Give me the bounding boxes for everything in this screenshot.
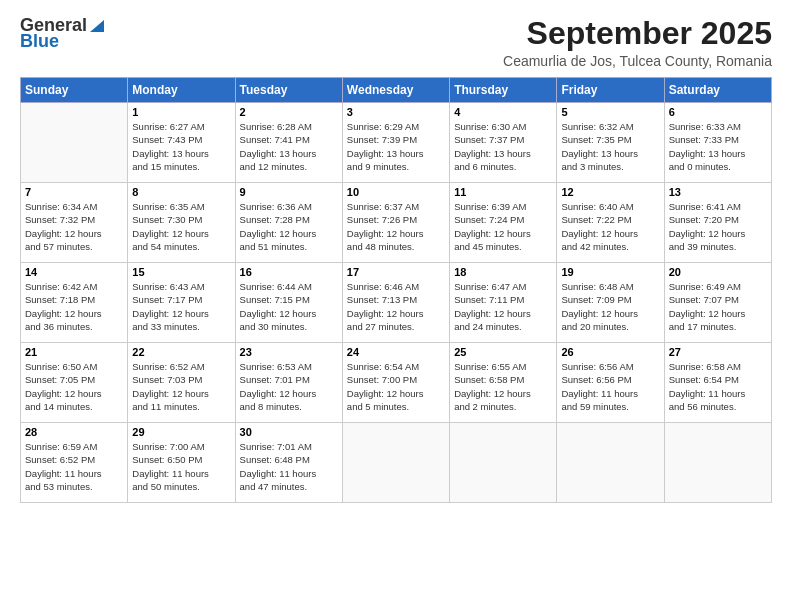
calendar-cell: 26Sunrise: 6:56 AM Sunset: 6:56 PM Dayli… xyxy=(557,343,664,423)
calendar-cell: 18Sunrise: 6:47 AM Sunset: 7:11 PM Dayli… xyxy=(450,263,557,343)
calendar-cell: 14Sunrise: 6:42 AM Sunset: 7:18 PM Dayli… xyxy=(21,263,128,343)
day-info: Sunrise: 6:28 AM Sunset: 7:41 PM Dayligh… xyxy=(240,120,338,173)
month-title: September 2025 xyxy=(503,16,772,51)
calendar-cell: 25Sunrise: 6:55 AM Sunset: 6:58 PM Dayli… xyxy=(450,343,557,423)
calendar-cell: 28Sunrise: 6:59 AM Sunset: 6:52 PM Dayli… xyxy=(21,423,128,503)
logo-blue: Blue xyxy=(20,32,59,52)
day-info: Sunrise: 6:41 AM Sunset: 7:20 PM Dayligh… xyxy=(669,200,767,253)
calendar-cell: 6Sunrise: 6:33 AM Sunset: 7:33 PM Daylig… xyxy=(664,103,771,183)
subtitle: Ceamurlia de Jos, Tulcea County, Romania xyxy=(503,53,772,69)
day-info: Sunrise: 6:44 AM Sunset: 7:15 PM Dayligh… xyxy=(240,280,338,333)
calendar-cell xyxy=(450,423,557,503)
day-info: Sunrise: 6:52 AM Sunset: 7:03 PM Dayligh… xyxy=(132,360,230,413)
day-number: 25 xyxy=(454,346,552,358)
day-number: 1 xyxy=(132,106,230,118)
day-info: Sunrise: 6:50 AM Sunset: 7:05 PM Dayligh… xyxy=(25,360,123,413)
day-number: 3 xyxy=(347,106,445,118)
calendar-cell: 15Sunrise: 6:43 AM Sunset: 7:17 PM Dayli… xyxy=(128,263,235,343)
day-number: 8 xyxy=(132,186,230,198)
calendar-cell: 11Sunrise: 6:39 AM Sunset: 7:24 PM Dayli… xyxy=(450,183,557,263)
day-number: 7 xyxy=(25,186,123,198)
calendar-cell: 9Sunrise: 6:36 AM Sunset: 7:28 PM Daylig… xyxy=(235,183,342,263)
logo: General Blue xyxy=(20,16,104,52)
header: General Blue September 2025 Ceamurlia de… xyxy=(20,16,772,69)
day-number: 4 xyxy=(454,106,552,118)
day-info: Sunrise: 6:47 AM Sunset: 7:11 PM Dayligh… xyxy=(454,280,552,333)
day-number: 27 xyxy=(669,346,767,358)
day-number: 21 xyxy=(25,346,123,358)
day-number: 17 xyxy=(347,266,445,278)
calendar-cell: 29Sunrise: 7:00 AM Sunset: 6:50 PM Dayli… xyxy=(128,423,235,503)
calendar-cell: 3Sunrise: 6:29 AM Sunset: 7:39 PM Daylig… xyxy=(342,103,449,183)
calendar-cell: 17Sunrise: 6:46 AM Sunset: 7:13 PM Dayli… xyxy=(342,263,449,343)
calendar-cell xyxy=(21,103,128,183)
day-number: 15 xyxy=(132,266,230,278)
weekday-header-thursday: Thursday xyxy=(450,78,557,103)
day-info: Sunrise: 6:39 AM Sunset: 7:24 PM Dayligh… xyxy=(454,200,552,253)
day-info: Sunrise: 6:27 AM Sunset: 7:43 PM Dayligh… xyxy=(132,120,230,173)
calendar-cell xyxy=(557,423,664,503)
day-info: Sunrise: 6:56 AM Sunset: 6:56 PM Dayligh… xyxy=(561,360,659,413)
day-info: Sunrise: 6:37 AM Sunset: 7:26 PM Dayligh… xyxy=(347,200,445,253)
day-number: 26 xyxy=(561,346,659,358)
day-info: Sunrise: 6:46 AM Sunset: 7:13 PM Dayligh… xyxy=(347,280,445,333)
day-number: 6 xyxy=(669,106,767,118)
day-info: Sunrise: 6:35 AM Sunset: 7:30 PM Dayligh… xyxy=(132,200,230,253)
calendar-cell: 22Sunrise: 6:52 AM Sunset: 7:03 PM Dayli… xyxy=(128,343,235,423)
day-info: Sunrise: 6:42 AM Sunset: 7:18 PM Dayligh… xyxy=(25,280,123,333)
day-info: Sunrise: 6:29 AM Sunset: 7:39 PM Dayligh… xyxy=(347,120,445,173)
day-info: Sunrise: 6:54 AM Sunset: 7:00 PM Dayligh… xyxy=(347,360,445,413)
calendar-cell: 2Sunrise: 6:28 AM Sunset: 7:41 PM Daylig… xyxy=(235,103,342,183)
day-info: Sunrise: 6:49 AM Sunset: 7:07 PM Dayligh… xyxy=(669,280,767,333)
calendar-cell: 16Sunrise: 6:44 AM Sunset: 7:15 PM Dayli… xyxy=(235,263,342,343)
day-info: Sunrise: 6:36 AM Sunset: 7:28 PM Dayligh… xyxy=(240,200,338,253)
calendar-cell: 21Sunrise: 6:50 AM Sunset: 7:05 PM Dayli… xyxy=(21,343,128,423)
page-container: General Blue September 2025 Ceamurlia de… xyxy=(0,0,792,513)
calendar-cell: 20Sunrise: 6:49 AM Sunset: 7:07 PM Dayli… xyxy=(664,263,771,343)
day-info: Sunrise: 6:55 AM Sunset: 6:58 PM Dayligh… xyxy=(454,360,552,413)
calendar-cell: 1Sunrise: 6:27 AM Sunset: 7:43 PM Daylig… xyxy=(128,103,235,183)
day-number: 18 xyxy=(454,266,552,278)
calendar-cell: 23Sunrise: 6:53 AM Sunset: 7:01 PM Dayli… xyxy=(235,343,342,423)
day-number: 19 xyxy=(561,266,659,278)
calendar-cell: 4Sunrise: 6:30 AM Sunset: 7:37 PM Daylig… xyxy=(450,103,557,183)
day-info: Sunrise: 7:01 AM Sunset: 6:48 PM Dayligh… xyxy=(240,440,338,493)
day-number: 22 xyxy=(132,346,230,358)
weekday-header-saturday: Saturday xyxy=(664,78,771,103)
day-number: 9 xyxy=(240,186,338,198)
calendar-cell: 27Sunrise: 6:58 AM Sunset: 6:54 PM Dayli… xyxy=(664,343,771,423)
day-number: 24 xyxy=(347,346,445,358)
day-info: Sunrise: 6:48 AM Sunset: 7:09 PM Dayligh… xyxy=(561,280,659,333)
calendar-cell: 10Sunrise: 6:37 AM Sunset: 7:26 PM Dayli… xyxy=(342,183,449,263)
logo-triangle-icon xyxy=(90,18,104,36)
calendar-week-row: 28Sunrise: 6:59 AM Sunset: 6:52 PM Dayli… xyxy=(21,423,772,503)
day-number: 11 xyxy=(454,186,552,198)
day-info: Sunrise: 6:34 AM Sunset: 7:32 PM Dayligh… xyxy=(25,200,123,253)
calendar-table: SundayMondayTuesdayWednesdayThursdayFrid… xyxy=(20,77,772,503)
calendar-header: SundayMondayTuesdayWednesdayThursdayFrid… xyxy=(21,78,772,103)
weekday-row: SundayMondayTuesdayWednesdayThursdayFrid… xyxy=(21,78,772,103)
day-number: 23 xyxy=(240,346,338,358)
weekday-header-tuesday: Tuesday xyxy=(235,78,342,103)
calendar-cell: 24Sunrise: 6:54 AM Sunset: 7:00 PM Dayli… xyxy=(342,343,449,423)
day-number: 5 xyxy=(561,106,659,118)
day-number: 13 xyxy=(669,186,767,198)
calendar-cell: 12Sunrise: 6:40 AM Sunset: 7:22 PM Dayli… xyxy=(557,183,664,263)
calendar-cell: 8Sunrise: 6:35 AM Sunset: 7:30 PM Daylig… xyxy=(128,183,235,263)
weekday-header-wednesday: Wednesday xyxy=(342,78,449,103)
calendar-body: 1Sunrise: 6:27 AM Sunset: 7:43 PM Daylig… xyxy=(21,103,772,503)
calendar-week-row: 14Sunrise: 6:42 AM Sunset: 7:18 PM Dayli… xyxy=(21,263,772,343)
day-number: 12 xyxy=(561,186,659,198)
day-number: 16 xyxy=(240,266,338,278)
calendar-cell: 30Sunrise: 7:01 AM Sunset: 6:48 PM Dayli… xyxy=(235,423,342,503)
day-info: Sunrise: 6:33 AM Sunset: 7:33 PM Dayligh… xyxy=(669,120,767,173)
day-info: Sunrise: 6:59 AM Sunset: 6:52 PM Dayligh… xyxy=(25,440,123,493)
day-info: Sunrise: 7:00 AM Sunset: 6:50 PM Dayligh… xyxy=(132,440,230,493)
calendar-week-row: 1Sunrise: 6:27 AM Sunset: 7:43 PM Daylig… xyxy=(21,103,772,183)
day-info: Sunrise: 6:58 AM Sunset: 6:54 PM Dayligh… xyxy=(669,360,767,413)
calendar-cell: 7Sunrise: 6:34 AM Sunset: 7:32 PM Daylig… xyxy=(21,183,128,263)
calendar-cell xyxy=(664,423,771,503)
day-number: 30 xyxy=(240,426,338,438)
svg-marker-0 xyxy=(90,20,104,32)
day-number: 28 xyxy=(25,426,123,438)
